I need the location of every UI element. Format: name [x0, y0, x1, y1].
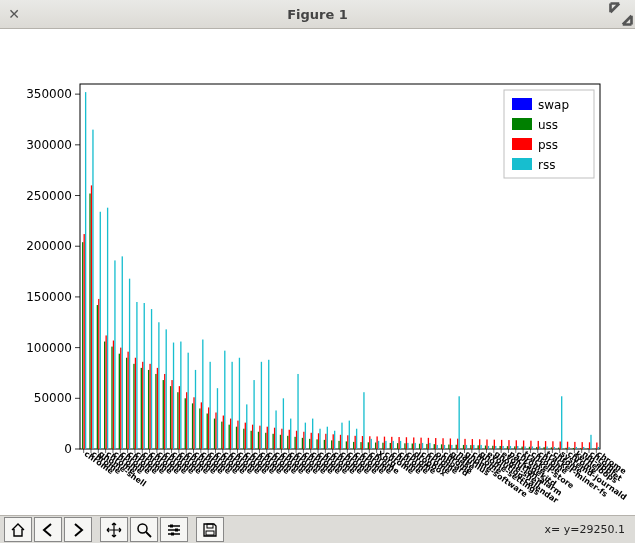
- maximize-button[interactable]: [607, 0, 635, 28]
- svg-rect-274: [457, 439, 458, 449]
- svg-rect-179: [318, 433, 319, 449]
- svg-rect-98: [199, 408, 200, 449]
- svg-rect-318: [521, 447, 522, 449]
- svg-rect-349: [567, 442, 568, 449]
- svg-rect-264: [442, 438, 443, 449]
- svg-rect-184: [325, 434, 326, 449]
- svg-text:100000: 100000: [26, 341, 72, 355]
- svg-rect-118: [229, 425, 230, 449]
- svg-rect-188: [331, 440, 332, 449]
- svg-rect-205: [356, 429, 357, 449]
- svg-rect-278: [463, 445, 464, 449]
- svg-rect-255: [429, 443, 430, 449]
- svg-rect-340: [554, 447, 555, 449]
- svg-rect-100: [202, 340, 203, 450]
- svg-rect-268: [448, 445, 449, 449]
- svg-rect-245: [415, 443, 416, 449]
- svg-rect-243: [412, 444, 413, 449]
- svg-rect-343: [558, 448, 559, 449]
- svg-rect-163: [294, 437, 295, 449]
- svg-rect-20: [85, 92, 86, 449]
- svg-rect-229: [391, 437, 392, 449]
- svg-rect-33: [104, 342, 105, 449]
- close-button[interactable]: ✕: [0, 0, 28, 28]
- subplots-button[interactable]: [160, 517, 188, 542]
- svg-rect-129: [245, 423, 246, 449]
- svg-text:300000: 300000: [26, 138, 72, 152]
- pan-button[interactable]: [100, 517, 128, 542]
- svg-rect-295: [488, 446, 489, 449]
- svg-rect-173: [309, 439, 310, 449]
- arrow-right-icon: [70, 522, 86, 538]
- svg-rect-259: [435, 438, 436, 449]
- svg-rect-94: [193, 397, 194, 449]
- svg-rect-323: [529, 447, 530, 449]
- svg-rect-275: [459, 396, 460, 449]
- figure-window: ✕ Figure 1 05000010000015000020000025000…: [0, 0, 635, 543]
- svg-rect-453: [170, 524, 173, 527]
- svg-rect-304: [501, 440, 502, 449]
- svg-rect-168: [302, 438, 303, 449]
- svg-rect-360: [583, 447, 584, 449]
- svg-rect-249: [420, 438, 421, 449]
- svg-rect-169: [303, 432, 304, 449]
- svg-rect-210: [363, 392, 364, 449]
- svg-rect-325: [532, 446, 533, 449]
- svg-rect-189: [333, 434, 334, 449]
- svg-rect-284: [472, 439, 473, 449]
- home-button[interactable]: [4, 517, 32, 542]
- back-button[interactable]: [34, 517, 62, 542]
- svg-rect-369: [596, 443, 597, 449]
- svg-rect-175: [312, 419, 313, 449]
- svg-rect-195: [341, 423, 342, 449]
- svg-rect-289: [479, 439, 480, 449]
- svg-rect-63: [148, 370, 149, 449]
- svg-rect-280: [466, 445, 467, 449]
- svg-rect-203: [353, 442, 354, 449]
- svg-rect-215: [371, 439, 372, 449]
- svg-rect-358: [580, 448, 581, 449]
- svg-rect-44: [120, 348, 121, 449]
- svg-rect-329: [538, 441, 539, 449]
- svg-rect-359: [582, 442, 583, 449]
- svg-rect-319: [523, 440, 524, 449]
- zoom-button[interactable]: [130, 517, 158, 542]
- svg-rect-335: [546, 446, 547, 449]
- svg-rect-348: [565, 448, 566, 449]
- svg-rect-60: [144, 303, 145, 449]
- svg-rect-115: [224, 351, 225, 449]
- svg-rect-164: [296, 431, 297, 449]
- svg-rect-213: [368, 442, 369, 449]
- svg-rect-135: [253, 380, 254, 449]
- chart-area[interactable]: 0500001000001500002000002500003000003500…: [0, 29, 635, 515]
- svg-rect-198: [346, 441, 347, 449]
- svg-rect-253: [426, 444, 427, 449]
- svg-rect-93: [192, 403, 193, 449]
- svg-rect-279: [464, 439, 465, 449]
- svg-rect-120: [231, 362, 232, 449]
- svg-rect-65: [151, 309, 152, 449]
- svg-rect-160: [290, 419, 291, 449]
- move-icon: [106, 522, 122, 538]
- svg-rect-208: [360, 442, 361, 449]
- svg-rect-309: [508, 440, 509, 449]
- save-button[interactable]: [196, 517, 224, 542]
- svg-rect-218: [375, 443, 376, 449]
- svg-rect-50: [129, 279, 130, 449]
- svg-text:0: 0: [64, 442, 72, 456]
- svg-rect-149: [274, 428, 275, 449]
- svg-rect-209: [362, 436, 363, 449]
- svg-rect-109: [215, 413, 216, 450]
- svg-rect-315: [517, 446, 518, 449]
- forward-button[interactable]: [64, 517, 92, 542]
- svg-rect-85: [180, 342, 181, 449]
- svg-rect-455: [171, 532, 174, 535]
- svg-rect-265: [444, 445, 445, 449]
- svg-rect-219: [376, 436, 377, 449]
- svg-rect-145: [268, 360, 269, 449]
- svg-rect-250: [422, 443, 423, 449]
- svg-rect-103: [207, 414, 208, 449]
- svg-rect-38: [111, 347, 112, 449]
- svg-rect-194: [340, 435, 341, 449]
- svg-rect-314: [516, 440, 517, 449]
